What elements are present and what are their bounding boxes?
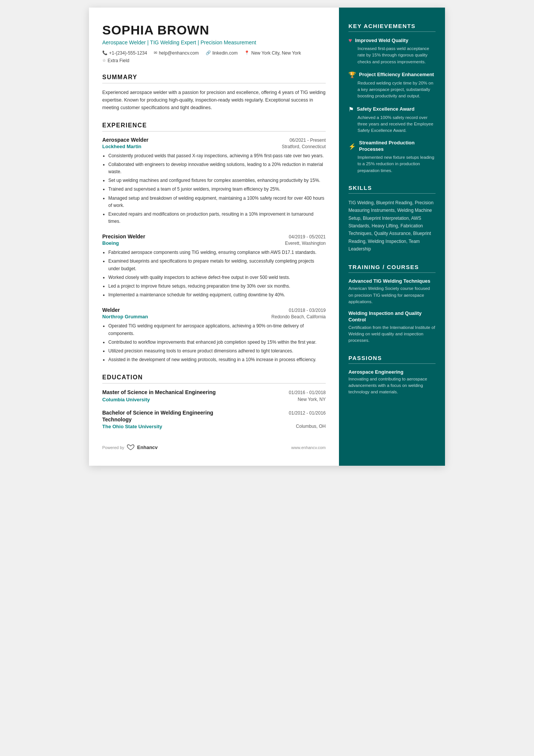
- summary-text: Experienced aerospace welder with a pass…: [102, 89, 326, 111]
- education-title: EDUCATION: [102, 374, 326, 383]
- edu-location-2: Columbus, OH: [296, 424, 326, 429]
- footer-powered: Powered by Enhancv: [102, 445, 158, 451]
- exp-job-title-1: Aerospace Welder: [102, 137, 148, 143]
- edu-header-2: Bachelor of Science in Welding Engineeri…: [102, 409, 326, 423]
- achievement-name-3: Safety Excellence Award: [357, 106, 414, 113]
- achievement-header-3: ⚑ Safety Excellence Award: [348, 106, 436, 113]
- extra-text: Extra Field: [108, 58, 129, 63]
- location-item: 📍 New York City, New York: [244, 50, 301, 56]
- exp-header-3: Welder 01/2018 - 03/2019: [102, 307, 326, 313]
- exp-bullet-1-4: Trained and supervised a team of 5 junio…: [108, 186, 326, 193]
- exp-item-1: Aerospace Welder 06/2021 - Present Lockh…: [102, 137, 326, 225]
- exp-bullet-2-2: Examined blueprints and specifications t…: [108, 258, 326, 272]
- linkedin-icon: 🔗: [206, 50, 211, 55]
- achievement-desc-1: Increased first-pass weld acceptance rat…: [348, 45, 436, 65]
- exp-item-3: Welder 01/2018 - 03/2019 Northrop Grumma…: [102, 307, 326, 363]
- edu-degree-2: Bachelor of Science in Welding Engineeri…: [102, 409, 236, 423]
- achievement-icon-2: 🏆: [348, 71, 356, 78]
- exp-bullet-3-1: Operated TIG welding equipment for aeros…: [108, 322, 326, 337]
- right-column: KEY ACHIEVEMENTS ♥ Improved Weld Quality…: [339, 8, 445, 466]
- star-icon: ☆: [102, 58, 106, 63]
- exp-item-2: Precision Welder 04/2019 - 05/2021 Boein…: [102, 233, 326, 299]
- exp-company-2: Boeing: [102, 240, 119, 246]
- email-text: help@enhancv.com: [159, 50, 198, 56]
- edu-date-2: 01/2012 - 01/2016: [289, 410, 326, 416]
- edu-header-1: Master of Science in Mechanical Engineer…: [102, 389, 326, 396]
- training-title: TRAINING / COURSES: [348, 264, 436, 273]
- training-desc-1: American Welding Society course focused …: [348, 285, 436, 305]
- candidate-title: Aerospace Welder | TIG Welding Expert | …: [102, 39, 326, 47]
- exp-bullets-1: Consistently produced welds that passed …: [102, 152, 326, 225]
- phone-icon: 📞: [102, 50, 108, 55]
- exp-company-1: Lockheed Martin: [102, 144, 141, 149]
- achievement-header-2: 🏆 Project Efficiency Enhancement: [348, 71, 436, 78]
- exp-bullet-1-2: Collaborated with engineers to develop i…: [108, 161, 326, 175]
- linkedin-text: linkedin.com: [212, 50, 238, 56]
- phone-item: 📞 +1-(234)-555-1234: [102, 50, 147, 56]
- achievement-icon-1: ♥: [348, 37, 352, 44]
- achievement-header-4: ⚡ Streamlined Production Processes: [348, 140, 436, 153]
- exp-header-1: Aerospace Welder 06/2021 - Present: [102, 137, 326, 143]
- left-column: SOPHIA BROWN Aerospace Welder | TIG Weld…: [89, 8, 339, 466]
- achievement-name-4: Streamlined Production Processes: [359, 140, 436, 153]
- linkedin-item: 🔗 linkedin.com: [206, 50, 238, 56]
- achievements-title: KEY ACHIEVEMENTS: [348, 23, 436, 32]
- achievement-2: 🏆 Project Efficiency Enhancement Reduced…: [348, 71, 436, 100]
- training-item-2: Welding Inspection and Quality Control C…: [348, 310, 436, 344]
- exp-bullets-3: Operated TIG welding equipment for aeros…: [102, 322, 326, 363]
- edu-school-1: Columbia University: [102, 397, 150, 402]
- achievement-name-1: Improved Weld Quality: [355, 38, 409, 44]
- header: SOPHIA BROWN Aerospace Welder | TIG Weld…: [102, 23, 326, 63]
- passions-section: PASSIONS Aerospace Engineering Innovatin…: [348, 355, 436, 396]
- summary-section: SUMMARY Experienced aerospace welder wit…: [102, 74, 326, 111]
- achievement-desc-2: Reduced welding cycle time by 20% on a k…: [348, 80, 436, 100]
- achievement-1: ♥ Improved Weld Quality Increased first-…: [348, 37, 436, 65]
- achievement-icon-3: ⚑: [348, 106, 354, 113]
- skills-text: TIG Welding, Blueprint Reading, Precisio…: [348, 199, 436, 253]
- exp-bullet-1-3: Set up welding machines and configured f…: [108, 177, 326, 184]
- achievement-name-2: Project Efficiency Enhancement: [359, 72, 434, 78]
- achievement-header-1: ♥ Improved Weld Quality: [348, 37, 436, 44]
- exp-bullet-1-1: Consistently produced welds that passed …: [108, 152, 326, 160]
- candidate-name: SOPHIA BROWN: [102, 23, 326, 38]
- email-item: ✉ help@enhancv.com: [154, 50, 198, 56]
- resume-wrapper: SOPHIA BROWN Aerospace Welder | TIG Weld…: [89, 8, 445, 466]
- passion-desc-1: Innovating and contributing to aerospace…: [348, 376, 436, 396]
- education-section: EDUCATION Master of Science in Mechanica…: [102, 374, 326, 429]
- passions-title: PASSIONS: [348, 355, 436, 364]
- exp-bullet-1-5: Managed setup and breakdown of welding e…: [108, 195, 326, 209]
- footer: Powered by Enhancv www.enhancv.com: [102, 445, 326, 451]
- achievement-4: ⚡ Streamlined Production Processes Imple…: [348, 140, 436, 174]
- exp-bullet-2-5: Implemented a maintenance schedule for w…: [108, 291, 326, 299]
- contact-row: 📞 +1-(234)-555-1234 ✉ help@enhancv.com 🔗…: [102, 50, 326, 63]
- edu-item-1: Master of Science in Mechanical Engineer…: [102, 389, 326, 402]
- exp-bullet-3-3: Utilized precision measuring tools to en…: [108, 347, 326, 355]
- exp-company-row-2: Boeing Everett, Washington: [102, 240, 326, 246]
- edu-location-1: New York, NY: [298, 397, 326, 402]
- training-name-1: Advanced TIG Welding Techniques: [348, 278, 436, 285]
- passion-name-1: Aerospace Engineering: [348, 369, 436, 375]
- extra-item: ☆ Extra Field: [102, 58, 129, 63]
- exp-date-1: 06/2021 - Present: [290, 138, 326, 143]
- exp-location-2: Everett, Washington: [285, 241, 326, 246]
- edu-school-row-2: The Ohio State University Columbus, OH: [102, 424, 326, 429]
- exp-job-title-3: Welder: [102, 307, 120, 313]
- footer-website: www.enhancv.com: [291, 445, 326, 450]
- edu-degree-1: Master of Science in Mechanical Engineer…: [102, 389, 216, 396]
- skills-section: SKILLS TIG Welding, Blueprint Reading, P…: [348, 185, 436, 253]
- achievement-icon-4: ⚡: [348, 143, 356, 150]
- exp-company-3: Northrop Grumman: [102, 314, 148, 319]
- skills-title: SKILLS: [348, 185, 436, 194]
- experience-section: EXPERIENCE Aerospace Welder 06/2021 - Pr…: [102, 122, 326, 364]
- exp-date-2: 04/2019 - 05/2021: [289, 234, 326, 239]
- exp-bullet-3-4: Assisted in the development of new weldi…: [108, 356, 326, 363]
- enhancv-logo: Enhancv: [137, 445, 158, 450]
- achievements-section: KEY ACHIEVEMENTS ♥ Improved Weld Quality…: [348, 23, 436, 174]
- exp-location-3: Redondo Beach, California: [272, 314, 326, 319]
- exp-header-2: Precision Welder 04/2019 - 05/2021: [102, 233, 326, 239]
- enhancv-heart-icon: [126, 445, 135, 451]
- training-name-2: Welding Inspection and Quality Control: [348, 310, 436, 323]
- edu-date-1: 01/2016 - 01/2018: [289, 390, 326, 395]
- exp-bullet-2-4: Led a project to improve fixture setups,…: [108, 283, 326, 290]
- experience-title: EXPERIENCE: [102, 122, 326, 131]
